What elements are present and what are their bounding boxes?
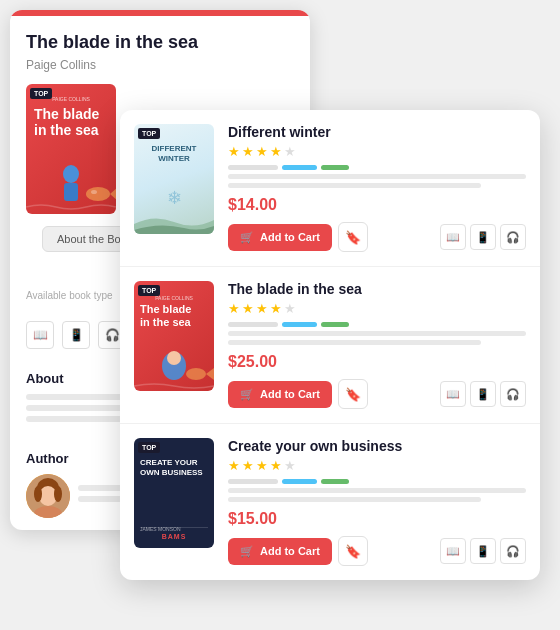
book-item-1: TOP DIFFERENTWINTER ❄ Different winter ★… — [120, 110, 540, 267]
book2-action-row: 🛒 Add to Cart 🔖 📖 📱 🎧 — [228, 379, 526, 409]
back-card-title: The blade in the sea — [26, 32, 294, 54]
book1-fmt-tablet[interactable]: 📱 — [470, 224, 496, 250]
book2-add-to-cart[interactable]: 🛒 Add to Cart — [228, 381, 332, 408]
star3-2: ★ — [242, 458, 254, 473]
book1-formats: 📖 📱 🎧 — [440, 224, 526, 250]
svg-point-9 — [54, 486, 62, 502]
book-item-3: TOP CREATE YOUR OWN BUSINESS JAMES MONSO… — [120, 424, 540, 580]
star1-1: ★ — [228, 144, 240, 159]
book2-author-label: PAIGE COLLINS — [155, 295, 193, 301]
book2-title-label: The bladein the sea — [140, 303, 208, 329]
book3-bookmark[interactable]: 🔖 — [338, 536, 368, 566]
tl1-1 — [228, 174, 526, 179]
book1-fmt-book[interactable]: 📖 — [440, 224, 466, 250]
back-cover-title: The bladein the sea — [34, 106, 108, 140]
book-info-3: Create your own business ★ ★ ★ ★ ★ $15.0… — [228, 438, 526, 566]
book3-formats: 📖 📱 🎧 — [440, 538, 526, 564]
star3-1: ★ — [228, 458, 240, 473]
svg-point-4 — [91, 190, 97, 194]
svg-point-13 — [186, 368, 206, 380]
tl3-1 — [228, 488, 526, 493]
book1-text-lines — [228, 174, 526, 188]
tl2-2 — [228, 340, 481, 345]
back-cover-top-badge: TOP — [30, 88, 52, 99]
book-info-2: The blade in the sea ★ ★ ★ ★ ★ $25.00 🛒 — [228, 281, 526, 409]
book1-title-small: DIFFERENTWINTER — [134, 144, 214, 165]
book3-fmt-audio[interactable]: 🎧 — [500, 538, 526, 564]
svg-rect-1 — [64, 183, 78, 201]
bar2-3 — [321, 322, 349, 327]
svg-point-12 — [167, 351, 181, 365]
star1-5: ★ — [284, 144, 296, 159]
book2-rating-bars — [228, 322, 526, 327]
star3-3: ★ — [256, 458, 268, 473]
book3-publisher: BAMS — [162, 533, 187, 540]
bar1-1 — [228, 165, 278, 170]
book1-bookmark[interactable]: 🔖 — [338, 222, 368, 252]
svg-point-0 — [63, 165, 79, 183]
book3-create-title: CREATE YOUR OWN BUSINESS — [140, 458, 208, 479]
svg-point-2 — [86, 187, 110, 201]
tl2-1 — [228, 331, 526, 336]
cart-icon-2: 🛒 — [240, 388, 254, 401]
tl1-2 — [228, 183, 481, 188]
bar3-3 — [321, 479, 349, 484]
back-card-book-cover: TOP PAIGE COLLINS The bladein the sea — [26, 84, 116, 214]
star3-5: ★ — [284, 458, 296, 473]
book3-add-to-cart[interactable]: 🛒 Add to Cart — [228, 538, 332, 565]
cart-icon-3: 🛒 — [240, 545, 254, 558]
book2-top-badge: TOP — [138, 285, 160, 296]
book-cover-3: TOP CREATE YOUR OWN BUSINESS JAMES MONSO… — [134, 438, 214, 548]
star2-3: ★ — [256, 301, 268, 316]
book2-title: The blade in the sea — [228, 281, 526, 297]
book3-divider-line — [140, 527, 208, 528]
bar3-2 — [282, 479, 317, 484]
book3-action-row: 🛒 Add to Cart 🔖 📖 📱 🎧 — [228, 536, 526, 566]
book1-title: Different winter — [228, 124, 526, 140]
star3-4: ★ — [270, 458, 282, 473]
book1-action-row: 🛒 Add to Cart 🔖 📖 📱 🎧 — [228, 222, 526, 252]
book1-cart-label: Add to Cart — [260, 231, 320, 243]
author-avatar — [26, 474, 70, 518]
star2-4: ★ — [270, 301, 282, 316]
book1-top-badge: TOP — [138, 128, 160, 139]
star2-2: ★ — [242, 301, 254, 316]
book3-fmt-tablet[interactable]: 📱 — [470, 538, 496, 564]
svg-point-8 — [34, 486, 42, 502]
book-item-2: TOP PAIGE COLLINS The bladein the sea Th… — [120, 267, 540, 424]
book3-title: Create your own business — [228, 438, 526, 454]
bar2-1 — [228, 322, 278, 327]
format-book-icon: 📖 — [26, 321, 54, 349]
book2-cart-label: Add to Cart — [260, 388, 320, 400]
book1-fmt-audio[interactable]: 🎧 — [500, 224, 526, 250]
svg-marker-14 — [206, 368, 214, 380]
star1-3: ★ — [256, 144, 268, 159]
book2-fmt-book[interactable]: 📖 — [440, 381, 466, 407]
book2-fmt-tablet[interactable]: 📱 — [470, 381, 496, 407]
book2-fmt-audio[interactable]: 🎧 — [500, 381, 526, 407]
back-card-author: Paige Collins — [26, 58, 294, 72]
star1-4: ★ — [270, 144, 282, 159]
book3-cart-label: Add to Cart — [260, 545, 320, 557]
book3-stars: ★ ★ ★ ★ ★ — [228, 458, 526, 473]
bar3-1 — [228, 479, 278, 484]
bar2-2 — [282, 322, 317, 327]
book3-fmt-book[interactable]: 📖 — [440, 538, 466, 564]
book3-text-lines — [228, 488, 526, 502]
front-card: TOP DIFFERENTWINTER ❄ Different winter ★… — [120, 110, 540, 580]
bar1-2 — [282, 165, 317, 170]
book-cover-1: TOP DIFFERENTWINTER ❄ — [134, 124, 214, 234]
book1-add-to-cart[interactable]: 🛒 Add to Cart — [228, 224, 332, 251]
book-cover-2: TOP PAIGE COLLINS The bladein the sea — [134, 281, 214, 391]
svg-marker-3 — [110, 187, 116, 201]
available-label: Available book type — [26, 290, 113, 301]
format-tablet-icon: 📱 — [62, 321, 90, 349]
book-info-1: Different winter ★ ★ ★ ★ ★ $14.00 🛒 — [228, 124, 526, 252]
book3-rating-bars — [228, 479, 526, 484]
book2-text-lines — [228, 331, 526, 345]
book3-top-badge: TOP — [138, 442, 160, 453]
book3-price: $15.00 — [228, 510, 526, 528]
star1-2: ★ — [242, 144, 254, 159]
book1-stars: ★ ★ ★ ★ ★ — [228, 144, 526, 159]
book2-bookmark[interactable]: 🔖 — [338, 379, 368, 409]
